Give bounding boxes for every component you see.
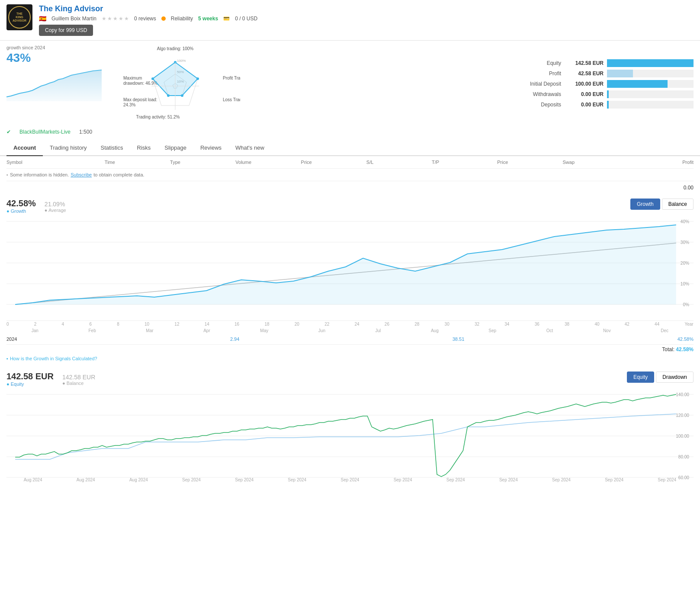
- tab-trading-history[interactable]: Trading history: [43, 140, 94, 156]
- deposits-value: 0.00 EUR: [565, 102, 604, 108]
- tab-whats-new[interactable]: What's new: [228, 140, 271, 156]
- x-label-18: 18: [264, 322, 269, 327]
- col-swap: Swap: [563, 160, 628, 165]
- help-link[interactable]: How is the Growth in Signals Calculated?: [10, 356, 97, 361]
- total-row: Total: 42.58%: [6, 345, 694, 354]
- month-jun: Jun: [318, 328, 325, 333]
- svg-point-13: [151, 77, 154, 80]
- withdrawals-value: 0.00 EUR: [565, 91, 604, 97]
- checkbox-icon: ▪: [6, 172, 8, 177]
- equity-bar: [607, 59, 694, 67]
- equity-row-equity: Equity 142.58 EUR: [518, 59, 694, 67]
- x-axis-labels: 0 2 4 6 8 10 12 14 16 18 20 22 24 26 28 …: [6, 321, 694, 327]
- connection-row: ✔ BlackBullMarkets-Live 1:500: [0, 127, 700, 137]
- growth-chart-buttons: Growth Balance: [630, 199, 694, 210]
- balance-btn[interactable]: Balance: [662, 199, 694, 210]
- equity-btn[interactable]: Equity: [627, 372, 654, 383]
- month-sep: Sep: [488, 328, 496, 333]
- svg-point-12: [167, 94, 170, 97]
- equity-chart-stats: 142.58 EUR ● Equity 142.58 EUR ● Balance: [6, 372, 95, 387]
- equity-chart-secondary-value: 142.58 EUR: [62, 374, 95, 381]
- radar-section: Algo trading: 100% Profit Trades: 72.7% …: [119, 45, 240, 123]
- month-oct: Oct: [546, 328, 553, 333]
- radar-svg: Algo trading: 100% Profit Trades: 72.7% …: [119, 45, 240, 123]
- profit-bar-container: [607, 70, 694, 77]
- withdrawals-label: Withdrawals: [518, 91, 561, 97]
- leverage-value: 1:500: [79, 129, 92, 135]
- col-type: Type: [170, 160, 235, 165]
- svg-text:20%: 20%: [681, 261, 689, 266]
- tab-statistics[interactable]: Statistics: [94, 140, 130, 156]
- flag-icon: 🇪🇸: [39, 15, 46, 22]
- logo: THEKINGADVISOR: [6, 4, 32, 30]
- initial-deposit-bar-container: [607, 80, 694, 88]
- x-label-44: 44: [655, 322, 659, 327]
- month-axis-labels: Jan Feb Mar Apr May Jun Jul Aug Sep Oct …: [6, 327, 694, 334]
- profit-total-row: 0.00: [6, 181, 694, 194]
- col-price1: Price: [301, 160, 366, 165]
- growth-percentage: 43%: [6, 51, 110, 65]
- growth-chart-area: 40% 30% 20% 10% 0%: [6, 217, 694, 321]
- svg-point-11: [181, 94, 183, 97]
- x-label-28: 28: [414, 322, 419, 327]
- radar-label-algo: Algo trading: 100%: [157, 46, 194, 51]
- growth-chart-svg: 40% 30% 20% 10% 0%: [6, 217, 694, 321]
- x-label-16: 16: [234, 322, 239, 327]
- x-label-36: 36: [535, 322, 539, 327]
- withdrawals-bar: [607, 90, 609, 98]
- x-label-8: 8: [117, 322, 119, 327]
- tab-slippage[interactable]: Slippage: [157, 140, 193, 156]
- hidden-info-text: Some information is hidden.: [10, 172, 69, 177]
- svg-text:30%: 30%: [681, 240, 689, 245]
- profit-bar: [607, 70, 633, 77]
- subscribe-link[interactable]: Subscribe: [71, 172, 92, 177]
- x-label-42: 42: [625, 322, 629, 327]
- radar-label-loss: Loss Trades: 27.3%: [223, 97, 240, 102]
- month-may: May: [260, 328, 268, 333]
- year-cell-val3: 42.58%: [678, 336, 694, 342]
- total-label: Total:: [662, 346, 676, 352]
- x-label-year: Year: [684, 322, 693, 327]
- initial-deposit-label: Initial Deposit: [518, 81, 561, 87]
- tab-reviews[interactable]: Reviews: [193, 140, 228, 156]
- equity-chart-area: 140.00 120.00 100.00 80.00 60.00: [6, 390, 694, 477]
- withdrawals-bar-container: [607, 90, 694, 98]
- x-label-26: 26: [385, 322, 389, 327]
- growth-btn[interactable]: Growth: [630, 199, 660, 210]
- header-meta: 🇪🇸 Guillem Boix Martin ★ ★ ★ ★ ★ 0 revie…: [39, 15, 694, 22]
- x-label-0: 0: [6, 322, 9, 327]
- equity-stats-panel: Equity 142.58 EUR Profit 42.58 EUR Initi…: [249, 45, 694, 123]
- hidden-info-row: ▪ Some information is hidden. Subscribe …: [6, 169, 694, 181]
- profit-value: 42.58 EUR: [565, 70, 604, 77]
- deposits-bar: [607, 101, 609, 109]
- equity-chart-primary-value: 142.58 EUR: [6, 372, 54, 381]
- equity-chart-primary-label: ● Equity: [6, 381, 54, 387]
- tab-account[interactable]: Account: [6, 140, 43, 156]
- month-jan: Jan: [32, 328, 39, 333]
- drawdown-btn[interactable]: Drawdown: [656, 372, 694, 383]
- x-label-34: 34: [504, 322, 509, 327]
- tab-risks[interactable]: Risks: [130, 140, 158, 156]
- svg-text:100.00: 100.00: [676, 434, 689, 439]
- radar-label-drawdown: Maximum: [123, 76, 142, 80]
- month-dec: Dec: [661, 328, 668, 333]
- growth-chart-section: 42.58% ● Growth 21.09% ● Average Growth …: [0, 194, 700, 367]
- copy-button[interactable]: Copy for 999 USD: [39, 25, 93, 36]
- month-nov: Nov: [603, 328, 611, 333]
- reviews-count: 0 reviews: [134, 16, 156, 22]
- month-mar: Mar: [146, 328, 153, 333]
- deposits-label: Deposits: [518, 102, 561, 108]
- month-apr: Apr: [203, 328, 210, 333]
- x-label-2: 2: [34, 322, 37, 327]
- initial-deposit-value: 100.00 EUR: [565, 81, 604, 87]
- profit-label: Profit: [518, 70, 561, 77]
- col-time: Time: [105, 160, 170, 165]
- broker-link[interactable]: BlackBullMarkets-Live: [19, 129, 71, 135]
- x-label-22: 22: [324, 322, 329, 327]
- growth-secondary-value: 21.09%: [45, 201, 66, 208]
- subscribe-suffix: to obtain complete data.: [93, 172, 144, 177]
- growth-chart-stats: 42.58% ● Growth 21.09% ● Average: [6, 199, 66, 214]
- equity-row-profit: Profit 42.58 EUR: [518, 70, 694, 77]
- connection-icon: ✔: [6, 129, 11, 135]
- svg-text:40%: 40%: [681, 219, 689, 224]
